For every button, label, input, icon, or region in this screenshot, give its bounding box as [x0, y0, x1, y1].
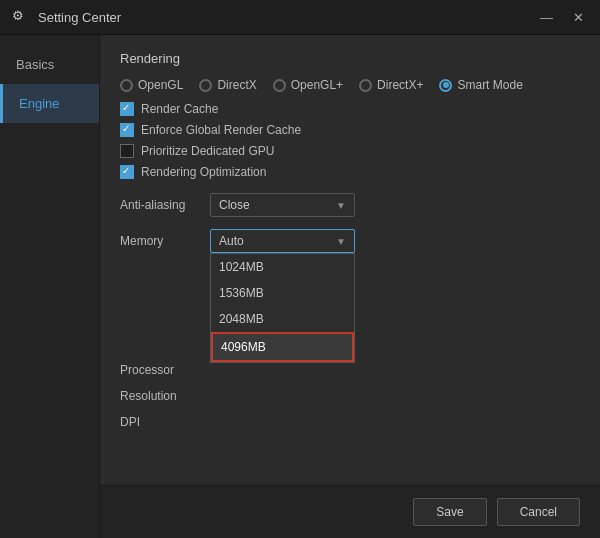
dpi-label: DPI — [120, 415, 210, 429]
memory-option-1536[interactable]: 1536MB — [211, 280, 354, 306]
memory-dropdown-menu: 1024MB 1536MB 2048MB 4096MB — [210, 253, 355, 363]
memory-option-2048[interactable]: 2048MB — [211, 306, 354, 332]
resolution-label: Resolution — [120, 389, 210, 403]
radio-directx[interactable]: DirectX — [199, 78, 256, 92]
checkbox-rendering-opt-label: Rendering Optimization — [141, 165, 266, 179]
radio-smartmode-indicator — [439, 79, 452, 92]
main-layout: Basics Engine Rendering OpenGL DirectX O… — [0, 35, 600, 538]
anti-aliasing-label: Anti-aliasing — [120, 198, 210, 212]
radio-directxplus-label: DirectX+ — [377, 78, 423, 92]
radio-opengl-indicator — [120, 79, 133, 92]
processor-label: Processor — [120, 363, 210, 377]
checkbox-prioritize-gpu-box — [120, 144, 134, 158]
close-button[interactable]: ✕ — [569, 8, 588, 27]
memory-option-4096[interactable]: 4096MB — [211, 332, 354, 362]
sidebar-item-basics[interactable]: Basics — [0, 45, 99, 84]
checkbox-render-cache-box — [120, 102, 134, 116]
checkbox-prioritize-gpu-label: Prioritize Dedicated GPU — [141, 144, 274, 158]
anti-aliasing-value: Close — [219, 198, 250, 212]
memory-dropdown-container: Auto ▼ 1024MB 1536MB 2048MB 4096MB — [210, 229, 355, 253]
radio-smartmode[interactable]: Smart Mode — [439, 78, 522, 92]
radio-directxplus[interactable]: DirectX+ — [359, 78, 423, 92]
checkbox-render-cache-label: Render Cache — [141, 102, 218, 116]
radio-openglplus-indicator — [273, 79, 286, 92]
memory-label: Memory — [120, 234, 210, 248]
cancel-button[interactable]: Cancel — [497, 498, 580, 526]
radio-directxplus-indicator — [359, 79, 372, 92]
radio-openglplus[interactable]: OpenGL+ — [273, 78, 343, 92]
app-icon: ⚙ — [12, 8, 30, 26]
memory-dropdown[interactable]: Auto ▼ — [210, 229, 355, 253]
checkbox-rendering-opt[interactable]: Rendering Optimization — [120, 165, 580, 179]
anti-aliasing-row: Anti-aliasing Close ▼ — [120, 193, 580, 217]
content-area: Rendering OpenGL DirectX OpenGL+ DirectX… — [100, 35, 600, 538]
radio-smartmode-label: Smart Mode — [457, 78, 522, 92]
checkbox-enforce-global-label: Enforce Global Render Cache — [141, 123, 301, 137]
memory-row: Memory Auto ▼ 1024MB 1536MB 2048MB — [120, 229, 580, 253]
processor-row: Processor — [120, 363, 580, 377]
minimize-button[interactable]: — — [536, 8, 557, 27]
radio-directx-label: DirectX — [217, 78, 256, 92]
anti-aliasing-arrow-icon: ▼ — [336, 200, 346, 211]
checkbox-prioritize-gpu[interactable]: Prioritize Dedicated GPU — [120, 144, 580, 158]
save-button[interactable]: Save — [413, 498, 486, 526]
sidebar-item-engine[interactable]: Engine — [0, 84, 99, 123]
dpi-row: DPI — [120, 415, 580, 429]
checkbox-rendering-opt-box — [120, 165, 134, 179]
title-bar: ⚙ Setting Center — ✕ — [0, 0, 600, 35]
memory-option-1024[interactable]: 1024MB — [211, 254, 354, 280]
window-title: Setting Center — [38, 10, 536, 25]
checkbox-group: Render Cache Enforce Global Render Cache… — [120, 102, 580, 179]
checkbox-render-cache[interactable]: Render Cache — [120, 102, 580, 116]
radio-directx-indicator — [199, 79, 212, 92]
radio-openglplus-label: OpenGL+ — [291, 78, 343, 92]
memory-arrow-icon: ▼ — [336, 236, 346, 247]
sidebar: Basics Engine — [0, 35, 100, 538]
radio-opengl[interactable]: OpenGL — [120, 78, 183, 92]
bottom-bar: Save Cancel — [100, 485, 600, 538]
checkbox-enforce-global-box — [120, 123, 134, 137]
checkbox-enforce-global[interactable]: Enforce Global Render Cache — [120, 123, 580, 137]
window-controls: — ✕ — [536, 8, 588, 27]
memory-value: Auto — [219, 234, 244, 248]
resolution-row: Resolution — [120, 389, 580, 403]
render-mode-radio-group: OpenGL DirectX OpenGL+ DirectX+ Smart Mo… — [120, 78, 580, 92]
radio-opengl-label: OpenGL — [138, 78, 183, 92]
anti-aliasing-dropdown[interactable]: Close ▼ — [210, 193, 355, 217]
section-title: Rendering — [120, 51, 580, 66]
